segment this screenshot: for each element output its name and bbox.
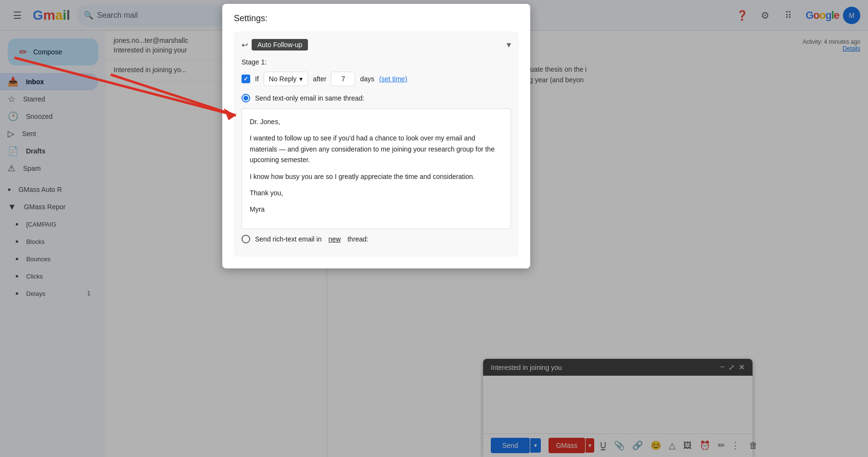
followup-para2: I know how busy you are so I greatly app… <box>250 171 503 182</box>
condition-row: If No Reply ▾ after days (set time) <box>242 72 511 86</box>
followup-icon: ↩ <box>242 40 248 50</box>
radio-option-text-only: Send text-only email in same thread: <box>242 94 511 102</box>
radio-rich-text[interactable] <box>242 235 250 243</box>
stage-label: Stage 1: <box>242 58 511 66</box>
radio-text-only[interactable] <box>242 94 250 102</box>
followup-para3: Thank you, <box>250 188 503 198</box>
set-time-link[interactable]: (set time) <box>379 75 407 83</box>
followup-para1: I wanted to follow up to see if you'd ha… <box>250 133 503 165</box>
days-label: days <box>360 75 374 83</box>
condition-value: No Reply <box>269 75 297 83</box>
settings-title: Settings: <box>234 13 519 24</box>
condition-dropdown[interactable]: No Reply ▾ <box>264 72 308 86</box>
radio-text-only-label: Send text-only email in same thread: <box>255 94 364 102</box>
settings-modal: Settings: ↩ Auto Follow-up ▾ Stage 1: If… <box>222 4 530 268</box>
chevron-down-icon[interactable]: ▾ <box>507 39 511 50</box>
followup-salutation: Dr. Jones, <box>250 116 503 127</box>
followup-email-content: Dr. Jones, I wanted to follow up to see … <box>250 116 503 215</box>
followup-email-box[interactable]: Dr. Jones, I wanted to follow up to see … <box>242 108 511 229</box>
radio-option-rich-text: Send rich-text email in new thread: <box>242 235 511 243</box>
radio-rich-text-new: new <box>329 235 341 243</box>
radio-rich-text-label-after: thread: <box>347 235 369 243</box>
auto-followup-badge[interactable]: Auto Follow-up <box>252 39 308 51</box>
radio-rich-text-label-before: Send rich-text email in <box>255 235 322 243</box>
dropdown-arrow: ▾ <box>299 75 303 83</box>
if-label: If <box>255 75 259 83</box>
followup-para4: Myra <box>250 204 503 215</box>
condition-checkbox[interactable] <box>242 75 250 83</box>
auto-followup-header: ↩ Auto Follow-up ▾ <box>242 39 511 51</box>
auto-followup-label-group: ↩ Auto Follow-up <box>242 39 308 51</box>
days-input[interactable] <box>331 72 355 86</box>
auto-followup-section: ↩ Auto Follow-up ▾ Stage 1: If No Reply … <box>234 31 519 257</box>
after-label: after <box>313 75 326 83</box>
